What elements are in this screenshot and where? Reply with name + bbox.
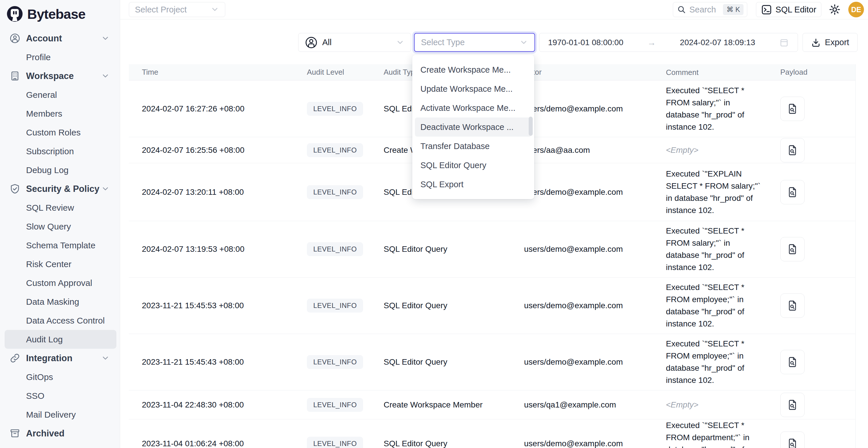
sidebar-section-integration[interactable]: Integration bbox=[0, 349, 120, 367]
search-input[interactable]: Search ⌘ K bbox=[673, 2, 747, 17]
export-button[interactable]: Export bbox=[803, 33, 858, 52]
cell-comment: Executed `"SELECT * FROM salary;"` in da… bbox=[666, 225, 764, 274]
sidebar-item-sso[interactable]: SSO bbox=[0, 386, 120, 405]
cell-time: 2023-11-04 22:48:30 +08:00 bbox=[129, 400, 303, 410]
sidebar-item-schema-template[interactable]: Schema Template bbox=[0, 236, 120, 255]
audit-level-badge: LEVEL_INFO bbox=[307, 242, 363, 256]
sidebar-item-mail-delivery[interactable]: Mail Delivery bbox=[0, 405, 120, 424]
type-option-transfer-database[interactable]: Transfer Database bbox=[415, 137, 532, 156]
sidebar-item-slow-query[interactable]: Slow Query bbox=[0, 217, 120, 236]
payload-view-button[interactable] bbox=[780, 431, 805, 448]
comment-text: Executed `"SELECT * FROM salary;"` in da… bbox=[666, 226, 744, 272]
date-to-value: 2024-02-07 18:09:13 bbox=[680, 38, 755, 47]
sidebar-section-workspace[interactable]: Workspace bbox=[0, 67, 120, 85]
cell-payload bbox=[764, 237, 855, 261]
audit-level-badge: LEVEL_INFO bbox=[307, 185, 363, 199]
sidebar-item-custom-approval[interactable]: Custom Approval bbox=[0, 274, 120, 292]
cell-audit-level: LEVEL_INFO bbox=[303, 185, 383, 199]
project-select[interactable]: Select Project bbox=[129, 2, 225, 17]
cell-comment: <Empty> bbox=[666, 144, 764, 156]
cell-comment: Executed `"SELECT * FROM employee;"` in … bbox=[666, 338, 764, 386]
date-from-value: 1970-01-01 08:00:00 bbox=[548, 38, 623, 47]
sidebar-item-label: GitOps bbox=[26, 372, 53, 382]
sidebar-item-data-masking[interactable]: Data Masking bbox=[0, 292, 120, 311]
file-search-icon bbox=[786, 103, 799, 115]
cell-payload bbox=[764, 350, 855, 374]
audit-level-badge: LEVEL_INFO bbox=[307, 437, 363, 448]
sidebar-item-sql-review[interactable]: SQL Review bbox=[0, 198, 120, 217]
sidebar-item-custom-roles[interactable]: Custom Roles bbox=[0, 123, 120, 142]
sidebar-item-risk-center[interactable]: Risk Center bbox=[0, 255, 120, 274]
sidebar-section-archived[interactable]: Archived bbox=[0, 424, 120, 443]
payload-view-button[interactable] bbox=[780, 293, 805, 318]
sidebar-item-members[interactable]: Members bbox=[0, 104, 120, 123]
sidebar-item-label: Risk Center bbox=[26, 259, 71, 269]
sidebar-item-audit-log[interactable]: Audit Log bbox=[5, 330, 116, 349]
cell-audit-type: SQL Editor Query bbox=[383, 301, 524, 310]
payload-view-button[interactable] bbox=[780, 350, 805, 374]
file-search-icon bbox=[786, 438, 799, 448]
search-placeholder: Search bbox=[689, 5, 719, 14]
brand-name: Bytebase bbox=[27, 6, 85, 22]
cell-audit-level: LEVEL_INFO bbox=[303, 355, 383, 369]
type-option-create-workspace-me[interactable]: Create Workspace Me... bbox=[415, 60, 532, 79]
comment-text: Executed `"SELECT * FROM employee;"` in … bbox=[666, 283, 744, 328]
sidebar-section-label: Workspace bbox=[26, 71, 74, 81]
chevron-down-icon bbox=[396, 38, 404, 47]
sidebar-item-label: Data Access Control bbox=[26, 316, 105, 326]
building-icon bbox=[9, 71, 20, 81]
bytebase-logo[interactable]: Bytebase bbox=[0, 0, 120, 25]
sidebar-section-account[interactable]: Account bbox=[0, 29, 120, 48]
payload-view-button[interactable] bbox=[780, 180, 805, 204]
user-circle-icon bbox=[9, 33, 20, 44]
sidebar-item-subscription[interactable]: Subscription bbox=[0, 142, 120, 161]
type-option-update-workspace-me[interactable]: Update Workspace Me... bbox=[415, 79, 532, 98]
sidebar-item-label: Audit Log bbox=[26, 334, 63, 344]
arrow-right-icon: → bbox=[647, 38, 656, 47]
type-option-sql-editor-query[interactable]: SQL Editor Query bbox=[415, 156, 532, 175]
cell-payload bbox=[764, 97, 855, 121]
settings-gear-button[interactable] bbox=[828, 3, 841, 16]
user-avatar[interactable]: DE bbox=[848, 2, 864, 18]
sidebar-item-general[interactable]: General bbox=[0, 85, 120, 104]
table-row: 2024-02-07 13:19:53 +08:00LEVEL_INFOSQL … bbox=[129, 221, 855, 278]
sidebar-section-label: Account bbox=[26, 33, 62, 44]
cell-actor: users/demo@example.com bbox=[524, 188, 666, 197]
type-option-activate-workspace-me[interactable]: Activate Workspace Me... bbox=[415, 98, 532, 118]
cell-comment: Executed `"SELECT * FROM employee;"` in … bbox=[666, 281, 764, 330]
sql-editor-button[interactable]: SQL Editor bbox=[756, 2, 822, 17]
type-filter-select[interactable]: Select Type bbox=[414, 33, 535, 52]
file-search-icon bbox=[786, 243, 799, 255]
payload-view-button[interactable] bbox=[780, 237, 805, 261]
app-root: Bytebase AccountProfileWorkspaceGeneralM… bbox=[0, 0, 868, 448]
topbar-actions: Search ⌘ K SQL Editor DE bbox=[673, 2, 864, 18]
sidebar-item-debug-log[interactable]: Debug Log bbox=[0, 161, 120, 180]
actor-filter-value: All bbox=[322, 38, 391, 47]
type-option-deactivate-workspace[interactable]: Deactivate Workspace ... bbox=[415, 118, 532, 137]
file-search-icon bbox=[786, 186, 799, 198]
cell-time: 2023-11-21 15:45:43 +08:00 bbox=[129, 357, 303, 367]
cell-audit-type: Create Workspace Member bbox=[383, 400, 524, 410]
topbar: Select Project Search ⌘ K SQL Editor bbox=[120, 0, 868, 20]
sidebar-item-data-access-control[interactable]: Data Access Control bbox=[0, 311, 120, 330]
gear-icon bbox=[829, 3, 841, 15]
type-option-sql-export[interactable]: SQL Export bbox=[415, 175, 532, 194]
comment-text: Executed `"SELECT * FROM salary;"` in da… bbox=[666, 86, 744, 131]
comment-text: Executed `"EXPLAIN SELECT * FROM salary;… bbox=[666, 169, 761, 215]
date-range-picker[interactable]: 1970-01-01 08:00:00 → 2024-02-07 18:09:1… bbox=[539, 33, 798, 52]
cell-comment: Executed `"SELECT * FROM department;"` i… bbox=[666, 419, 764, 448]
sidebar-item-gitops[interactable]: GitOps bbox=[0, 367, 120, 386]
sidebar-section-security-policy[interactable]: Security & Policy bbox=[0, 180, 120, 198]
terminal-icon bbox=[761, 4, 772, 15]
payload-view-button[interactable] bbox=[780, 393, 805, 417]
payload-view-button[interactable] bbox=[780, 97, 805, 121]
sidebar-item-profile[interactable]: Profile bbox=[0, 48, 120, 67]
dropdown-scrollbar-thumb[interactable] bbox=[529, 117, 533, 136]
sidebar-item-label: Custom Roles bbox=[26, 128, 81, 137]
actor-filter-select[interactable]: All bbox=[298, 33, 411, 52]
payload-view-button[interactable] bbox=[780, 138, 805, 162]
search-shortcut-badge: ⌘ K bbox=[723, 4, 744, 15]
bytebase-logo-icon bbox=[6, 5, 23, 22]
search-icon bbox=[677, 5, 686, 14]
user-circle-icon bbox=[305, 36, 318, 49]
